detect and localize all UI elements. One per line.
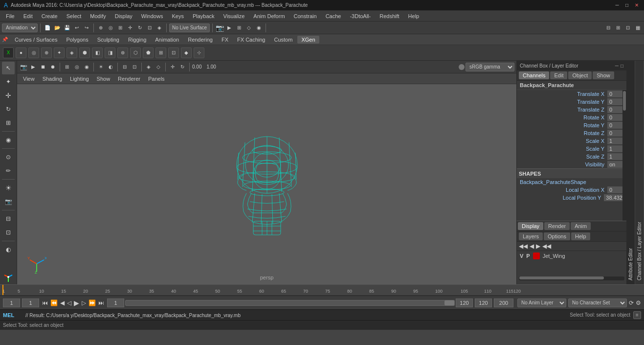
tab-show[interactable]: Show <box>593 71 614 79</box>
shelf-icon-5[interactable]: ✦ <box>54 47 65 58</box>
ch-val-rx[interactable]: 0 <box>607 114 624 121</box>
vp-menu-lighting[interactable]: Lighting <box>67 75 92 83</box>
module-animation[interactable]: Animation <box>151 36 183 44</box>
channels-scrollbar[interactable] <box>622 90 626 221</box>
menu-file[interactable]: File <box>2 12 19 20</box>
attr-editor-tab[interactable]: Attribute Editor <box>626 61 635 284</box>
scale-tool-btn[interactable]: ⊞ <box>2 116 15 129</box>
redo-icon[interactable]: ↪ <box>82 23 91 32</box>
vp-cam-icon[interactable]: 📷 <box>19 63 28 71</box>
menu-playback[interactable]: Playback <box>189 12 219 20</box>
shelf-icon-2[interactable]: ● <box>16 47 26 58</box>
end-frame-input[interactable] <box>475 299 492 307</box>
layer-btn-4[interactable]: ◀◀ <box>542 243 551 250</box>
vp-menu-view[interactable]: View <box>20 75 38 83</box>
module-custom[interactable]: Custom <box>270 36 297 44</box>
layer-name-text[interactable]: Jet_Wing <box>543 253 565 259</box>
vp-select-mask[interactable]: ◈ <box>144 63 153 71</box>
ch-val-sy[interactable]: 1 <box>607 145 624 152</box>
vp-shaded-icon[interactable]: ◉ <box>82 63 91 71</box>
paint-tool-btn[interactable]: ✏ <box>2 164 15 177</box>
camera-tool-btn[interactable]: 📷 <box>2 195 15 208</box>
panel-minimize-icon[interactable]: ─ <box>615 63 619 69</box>
layer-p-toggle[interactable]: P <box>526 253 530 259</box>
snap-icon[interactable]: ◇ <box>244 23 253 32</box>
vp-gamma-icon[interactable] <box>459 64 465 70</box>
gamma-select[interactable]: sRGB gamma <box>466 63 514 71</box>
playback-speed-btn[interactable]: ⟳ <box>629 299 634 306</box>
vp-menu-panels[interactable]: Panels <box>145 75 168 83</box>
btn-next-key[interactable]: ⏩ <box>88 299 97 307</box>
mode-select[interactable]: Animation <box>2 23 38 32</box>
lasso-icon[interactable]: ◎ <box>106 23 115 32</box>
magnet-icon[interactable]: ◉ <box>254 23 263 32</box>
status-icon[interactable]: ≡ <box>633 311 641 319</box>
menu-anim-deform[interactable]: Anim Deform <box>249 12 289 20</box>
rotate-tool-btn[interactable]: ↻ <box>2 103 15 115</box>
playback-options-btn[interactable]: ⚙ <box>636 299 641 306</box>
menu-visualize[interactable]: Visualize <box>220 12 249 20</box>
layer-btn-2[interactable]: ◀ <box>530 243 534 250</box>
vp-menu-shading[interactable]: Shading <box>40 75 65 83</box>
paint-select-btn[interactable]: ✦ <box>2 75 15 88</box>
channel-box-tab[interactable]: Channel Box / Layer Editor <box>635 61 644 284</box>
module-sculpting[interactable]: Sculpting <box>93 36 123 44</box>
scale-icon[interactable]: ⊡ <box>145 23 154 32</box>
char-set-select[interactable]: No Character Set <box>568 299 627 307</box>
close-button[interactable]: ✕ <box>633 2 640 9</box>
snap-points-btn[interactable]: ⊡ <box>2 226 15 239</box>
start-frame-input[interactable] <box>22 299 39 307</box>
layer-hscroll-thumb[interactable] <box>519 276 604 279</box>
grid-display-btn[interactable]: ⊟ <box>2 212 15 225</box>
shelf-icon-13[interactable]: ⊞ <box>155 47 166 58</box>
3d-viewport[interactable]: persp X Y Z <box>17 84 516 284</box>
shelf-icon-3[interactable]: ◎ <box>28 47 39 58</box>
move-icon[interactable]: ✛ <box>126 23 134 32</box>
rotate-icon[interactable]: ↻ <box>135 23 144 32</box>
sub-tab-help[interactable]: Help <box>571 232 590 240</box>
module-xgen[interactable]: XGen <box>297 36 319 44</box>
ch-val-ty[interactable]: 0 <box>607 98 624 105</box>
vp-stop-icon[interactable]: ⏹ <box>39 63 47 71</box>
ch-val-ry[interactable]: 0 <box>607 122 624 129</box>
menu-keys[interactable]: Keys <box>168 12 187 20</box>
vp-lights-icon[interactable]: ☀ <box>96 63 105 71</box>
menu-edit[interactable]: Edit <box>20 12 37 20</box>
shelf-icon-9[interactable]: ◨ <box>105 47 115 58</box>
render-icon[interactable]: ▶ <box>225 23 234 32</box>
paint-icon[interactable]: ⊞ <box>116 23 125 32</box>
status-mode-label[interactable]: MEL <box>3 312 22 318</box>
menu-display[interactable]: Display <box>111 12 136 20</box>
range-end-input[interactable] <box>456 299 473 307</box>
undo-icon[interactable]: ↩ <box>72 23 81 32</box>
menu-3dtoa[interactable]: -3DtoAll- <box>346 12 375 20</box>
layer-color-swatch[interactable] <box>533 253 540 259</box>
tab-display[interactable]: Display <box>518 222 543 230</box>
vp-rec-icon[interactable]: ⏺ <box>48 63 57 71</box>
select-tool-btn[interactable]: ↖ <box>2 62 15 74</box>
tab-anim[interactable]: Anim <box>571 222 591 230</box>
layer-hscrollbar[interactable] <box>519 276 624 280</box>
vp-shadow-icon[interactable]: ◐ <box>106 63 115 71</box>
btn-prev-frame[interactable]: ◀ <box>59 299 66 307</box>
vp-play-icon[interactable]: ▶ <box>29 63 38 71</box>
tab-object[interactable]: Object <box>568 71 592 79</box>
scroll-thumb[interactable] <box>623 91 626 111</box>
vp-smooth-icon[interactable]: ◎ <box>72 63 81 71</box>
ch-val-lpy[interactable]: 38.432 <box>604 194 624 201</box>
lasso-select-btn[interactable]: ⊙ <box>2 151 15 163</box>
anim-layer-select[interactable]: No Anim Layer <box>517 299 566 307</box>
btn-next-frame[interactable]: ▷ <box>81 299 87 307</box>
ch-val-rz[interactable]: 0 <box>607 130 624 137</box>
vp-grid-icon[interactable]: ⊟ <box>120 63 129 71</box>
vp-orbit-icon[interactable]: ↻ <box>178 63 187 71</box>
menu-modify[interactable]: Modify <box>86 12 110 20</box>
menu-windows[interactable]: Windows <box>137 12 167 20</box>
module-fxcaching[interactable]: FX Caching <box>233 36 269 44</box>
max-frame-input[interactable] <box>494 299 513 307</box>
timeline-ruler[interactable]: 1 5 10 15 20 25 30 35 40 45 50 55 60 65 … <box>0 285 644 296</box>
menu-create[interactable]: Create <box>38 12 62 20</box>
maximize-button[interactable]: □ <box>623 2 630 9</box>
sculpt-btn[interactable] <box>2 257 15 270</box>
ch-val-lpx[interactable]: 0 <box>607 186 624 193</box>
